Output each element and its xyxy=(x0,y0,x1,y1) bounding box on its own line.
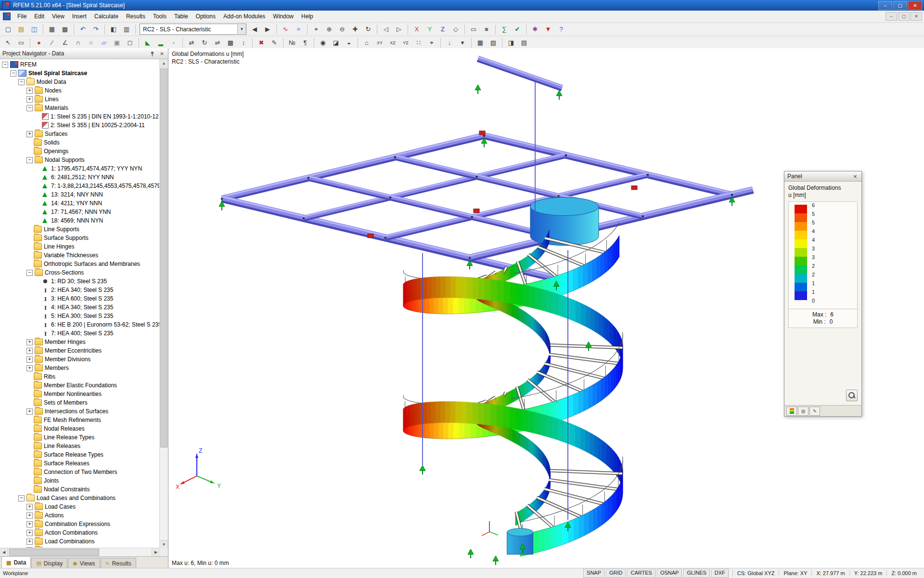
isometric-view-button[interactable]: ◇ xyxy=(449,23,462,35)
workplane-button[interactable]: ⌂ xyxy=(360,37,373,49)
move-copy-button[interactable]: ⇄ xyxy=(185,37,198,49)
rotate-view-button[interactable]: ↻ xyxy=(362,23,374,35)
insert-node-button[interactable]: ● xyxy=(33,37,45,49)
tree-expander[interactable]: + xyxy=(26,530,33,536)
tree-item[interactable]: 1: Steel S 235 | DIN EN 1993-1-1:2010-12 xyxy=(0,112,160,121)
insert-solid-button[interactable]: ▣ xyxy=(111,37,123,49)
combo-dropdown-icon[interactable]: ▼ xyxy=(237,25,246,34)
grid-points-button[interactable]: ∷ xyxy=(412,37,425,49)
navigator-tab-display[interactable]: ▤Display xyxy=(31,558,67,568)
tree-expander[interactable]: + xyxy=(26,131,33,137)
next-load-case-button[interactable]: ▶ xyxy=(261,23,274,35)
insert-circle-button[interactable]: ○ xyxy=(85,37,97,49)
view-y-button[interactable]: Y xyxy=(424,23,436,35)
tree-item[interactable]: +Nodes xyxy=(0,86,160,95)
tree-expander[interactable]: + xyxy=(26,339,33,345)
tree-item[interactable]: 13: 3214; NNY NNN xyxy=(0,190,160,199)
tree-item[interactable]: Surface Release Types xyxy=(0,450,160,459)
tree-item[interactable]: +Member Divisions xyxy=(0,355,160,364)
tree-item[interactable]: Solids xyxy=(0,138,160,147)
plane-xz-button[interactable]: XZ xyxy=(386,37,399,49)
comments-button[interactable]: ¶ xyxy=(299,37,311,49)
snap-settings-button[interactable]: ⌖ xyxy=(425,37,438,49)
tree-expander[interactable]: + xyxy=(26,504,33,510)
tree-item[interactable]: 2: HEA 340; Steel S 235 xyxy=(0,286,160,294)
redo-button[interactable]: ↷ xyxy=(90,23,102,35)
tree-item[interactable]: +Actions xyxy=(0,511,160,520)
tree-item[interactable]: 2: Steel S 355 | EN 10025-2:2004-11 xyxy=(0,121,160,130)
tree-item[interactable]: Sets of Members xyxy=(0,398,160,407)
scroll-up-button[interactable]: ▲ xyxy=(160,59,168,67)
load-cases-dropdown-button[interactable]: ▾ xyxy=(456,37,469,49)
tree-item[interactable]: Openings xyxy=(0,147,160,156)
mirror-objects-button[interactable]: ⇌ xyxy=(211,37,224,49)
tree-item[interactable]: FE Mesh Refinements xyxy=(0,416,160,424)
mdi-minimize-button[interactable]: – xyxy=(886,12,897,21)
tree-item[interactable]: Line Hinges xyxy=(0,242,160,251)
tree-item[interactable]: 14: 4211; YNY NNN xyxy=(0,199,160,208)
toggle-snap[interactable]: SNAP xyxy=(583,569,604,578)
tree-item[interactable]: Connection of Two Members xyxy=(0,468,160,476)
tree-item[interactable]: 1: 1795,4571,4574,4577; YYY NYN xyxy=(0,164,160,173)
tree-expander[interactable]: + xyxy=(26,356,33,363)
scroll-right-button[interactable]: ▶ xyxy=(152,548,160,556)
print-graphic-button[interactable]: ▼ xyxy=(542,23,554,35)
numbering-button[interactable]: № xyxy=(286,37,298,49)
toggle-grid[interactable]: GRID xyxy=(606,569,626,578)
plane-yz-button[interactable]: YZ xyxy=(399,37,412,49)
tree-item[interactable]: Joints xyxy=(0,476,160,485)
tree-item[interactable]: Surface Supports xyxy=(0,234,160,242)
toggle-osnap[interactable]: OSNAP xyxy=(657,569,682,578)
plane-xy-button[interactable]: XY xyxy=(373,37,386,49)
insert-line-button[interactable]: ∕ xyxy=(46,37,58,49)
tree-expander[interactable]: + xyxy=(26,539,33,545)
partial-view-button[interactable]: ◒ xyxy=(343,37,355,49)
navigator-tab-views[interactable]: ◉Views xyxy=(68,558,100,568)
control-panel-button[interactable]: ◨ xyxy=(505,37,517,49)
menu-item-file[interactable]: File xyxy=(13,11,30,22)
calculate-button[interactable]: ∑ xyxy=(498,23,511,35)
undo-button[interactable]: ↶ xyxy=(77,23,89,35)
mdi-restore-button[interactable]: ▢ xyxy=(898,12,910,21)
select-window-button[interactable]: ▭ xyxy=(15,37,27,49)
menu-item-tools[interactable]: Tools xyxy=(149,11,170,22)
menu-item-window[interactable]: Window xyxy=(269,11,297,22)
visibility-button[interactable]: ◉ xyxy=(317,37,329,49)
insert-opening-button[interactable]: ◻ xyxy=(124,37,136,49)
tree-item[interactable]: −Materials xyxy=(0,104,160,112)
tree-expander[interactable]: + xyxy=(26,348,33,354)
menu-item-table[interactable]: Table xyxy=(170,11,192,22)
pan-view-button[interactable]: ✚ xyxy=(349,23,361,35)
solid-display-button[interactable]: ■ xyxy=(480,23,493,35)
new-file-button[interactable]: ▢ xyxy=(2,23,14,35)
insert-polyline-button[interactable]: ∠ xyxy=(59,37,71,49)
tree-item[interactable]: −RFEM xyxy=(0,60,160,69)
copy-button[interactable]: ▩ xyxy=(59,23,71,35)
tree-item[interactable]: Orthotropic Surfaces and Membranes xyxy=(0,260,160,268)
close-button[interactable]: ✕ xyxy=(908,1,922,10)
maximize-button[interactable]: ▢ xyxy=(893,1,907,10)
tree-item[interactable]: Member Nonlinearities xyxy=(0,390,160,398)
toggle-glines[interactable]: GLINES xyxy=(683,569,709,578)
tree-item[interactable]: Variable Thicknesses xyxy=(0,251,160,260)
tree-item[interactable]: Nodal Constraints xyxy=(0,485,160,494)
pin-icon[interactable] xyxy=(149,50,156,57)
tree-item[interactable]: Member Elastic Foundations xyxy=(0,381,160,390)
menu-item-add-on-modules[interactable]: Add-on Modules xyxy=(219,11,269,22)
tree-item[interactable]: 18: 4569; NNN NYN xyxy=(0,216,160,225)
navigator-tab-results[interactable]: ∿Results xyxy=(101,558,136,568)
tree-item[interactable]: 17: 71,4567; NNN YNN xyxy=(0,208,160,216)
tree-expander[interactable]: − xyxy=(26,105,33,111)
tree-item[interactable]: −Steel Spiral Staircase xyxy=(0,69,160,78)
tree-item[interactable]: +Members xyxy=(0,364,160,372)
zoom-out-button[interactable]: ⊖ xyxy=(336,23,348,35)
horizontal-scrollbar[interactable]: ◀ ▶ xyxy=(0,548,160,556)
nodal-support-button[interactable]: ◣ xyxy=(141,37,154,49)
show-results-button[interactable]: ∿ xyxy=(279,23,292,35)
tree-expander[interactable]: + xyxy=(26,96,33,103)
toggle-dxf[interactable]: DXF xyxy=(711,569,729,578)
minimize-button[interactable]: – xyxy=(878,1,892,10)
fe-mesh-button[interactable]: ▦ xyxy=(474,37,487,49)
load-case-combo[interactable]: RC2 - SLS - Characteristic ▼ xyxy=(140,24,246,35)
loads-button[interactable]: ↓ xyxy=(443,37,456,49)
